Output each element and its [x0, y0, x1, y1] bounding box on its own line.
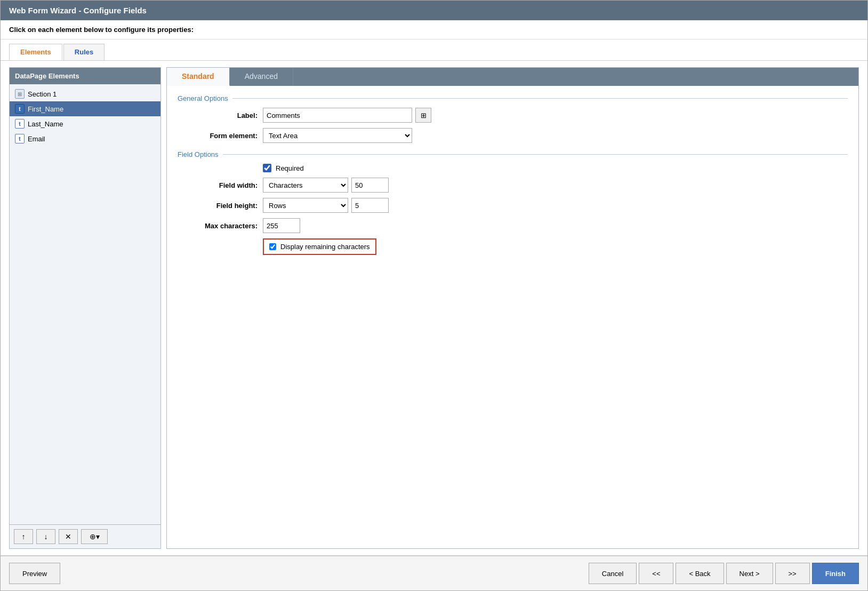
tab-standard[interactable]: Standard	[167, 68, 230, 86]
delete-button[interactable]: ✕	[59, 529, 78, 544]
field-height-select[interactable]: Rows Pixels	[263, 198, 348, 213]
display-remaining-label: Display remaining characters	[280, 243, 370, 251]
required-label: Required	[276, 164, 304, 172]
next-button[interactable]: Next >	[726, 563, 773, 584]
main-tabs: Elements Rules	[1, 39, 867, 61]
field-height-label: Field height:	[178, 202, 263, 210]
tree-item-section1[interactable]: ⊞ Section 1	[10, 86, 160, 101]
tree-item-label: Email	[28, 135, 45, 143]
text-field-icon-selected: t	[15, 104, 25, 114]
max-characters-input[interactable]	[263, 218, 300, 233]
right-content: General Options Label: ⊞ Form element: T…	[167, 86, 858, 548]
tree-item-firstname[interactable]: t First_Name	[10, 101, 160, 116]
required-checkbox[interactable]	[263, 164, 271, 172]
field-width-input[interactable]	[351, 178, 389, 193]
cancel-button[interactable]: Cancel	[589, 563, 637, 584]
field-height-input[interactable]	[351, 198, 389, 213]
right-panel: Standard Advanced General Options Label:	[166, 67, 859, 549]
field-height-controls: Rows Pixels	[263, 198, 389, 213]
bottom-bar: Preview Cancel << < Back Next > >> Finis…	[1, 555, 867, 590]
title-bar: Web Form Wizard - Configure Fields	[1, 1, 867, 20]
field-width-row: Field width: Characters Pixels Percent	[178, 178, 848, 193]
tab-elements[interactable]: Elements	[9, 44, 62, 60]
tree-item-label: Section 1	[28, 90, 57, 98]
move-up-button[interactable]: ↑	[14, 529, 33, 544]
window-title: Web Form Wizard - Configure Fields	[9, 6, 147, 15]
general-options-title: General Options	[178, 94, 848, 102]
tab-advanced[interactable]: Advanced	[230, 68, 293, 86]
display-remaining-box: Display remaining characters	[263, 238, 376, 255]
top-instruction: Click on each element below to configure…	[1, 20, 867, 39]
label-input[interactable]	[263, 108, 412, 123]
display-remaining-checkbox[interactable]	[269, 243, 276, 250]
section-icon: ⊞	[15, 89, 25, 99]
add-button[interactable]: ⊕▾	[81, 529, 108, 544]
form-element-select[interactable]: Text Area Text Box Text Field	[263, 128, 412, 143]
right-panel-tabs: Standard Advanced	[167, 68, 858, 86]
label-field-label: Label:	[178, 111, 263, 119]
label-input-group: ⊞	[263, 108, 431, 123]
field-width-label: Field width:	[178, 181, 263, 189]
field-options-section: Field Options Required Field width: Char…	[178, 150, 848, 255]
left-panel-footer: ↑ ↓ ✕ ⊕▾	[10, 524, 160, 548]
required-row: Required	[263, 164, 848, 172]
max-characters-label: Max characters:	[178, 222, 263, 230]
text-field-icon: t	[15, 134, 25, 143]
back-back-button[interactable]: <<	[639, 563, 673, 584]
field-width-select[interactable]: Characters Pixels Percent	[263, 178, 348, 193]
finish-button[interactable]: Finish	[812, 563, 859, 584]
label-row: Label: ⊞	[178, 108, 848, 123]
tree-item-label: Last_Name	[28, 120, 63, 128]
field-height-row: Field height: Rows Pixels	[178, 198, 848, 213]
tree-item-email[interactable]: t Email	[10, 131, 160, 146]
move-down-button[interactable]: ↓	[36, 529, 55, 544]
main-window: Web Form Wizard - Configure Fields Click…	[0, 0, 868, 591]
content-area: DataPage Elements ⊞ Section 1 t First_Na…	[1, 61, 867, 555]
left-panel-items: ⊞ Section 1 t First_Name t Last_Name t E…	[10, 84, 160, 524]
tab-rules[interactable]: Rules	[63, 44, 105, 60]
left-panel: DataPage Elements ⊞ Section 1 t First_Na…	[9, 67, 161, 549]
tree-item-label: First_Name	[28, 105, 63, 113]
label-icon-button[interactable]: ⊞	[415, 108, 431, 123]
nav-group: Cancel << < Back Next > >> Finish	[589, 563, 859, 584]
field-width-controls: Characters Pixels Percent	[263, 178, 389, 193]
form-element-label: Form element:	[178, 132, 263, 140]
form-element-row: Form element: Text Area Text Box Text Fi…	[178, 128, 848, 143]
preview-button[interactable]: Preview	[9, 563, 60, 584]
tree-item-lastname[interactable]: t Last_Name	[10, 116, 160, 131]
text-field-icon: t	[15, 119, 25, 129]
max-characters-row: Max characters:	[178, 218, 848, 233]
back-button[interactable]: < Back	[676, 563, 724, 584]
left-panel-header: DataPage Elements	[10, 68, 160, 84]
field-options-title: Field Options	[178, 150, 848, 158]
display-remaining-wrapper: Display remaining characters	[263, 238, 848, 255]
next-next-button[interactable]: >>	[775, 563, 810, 584]
